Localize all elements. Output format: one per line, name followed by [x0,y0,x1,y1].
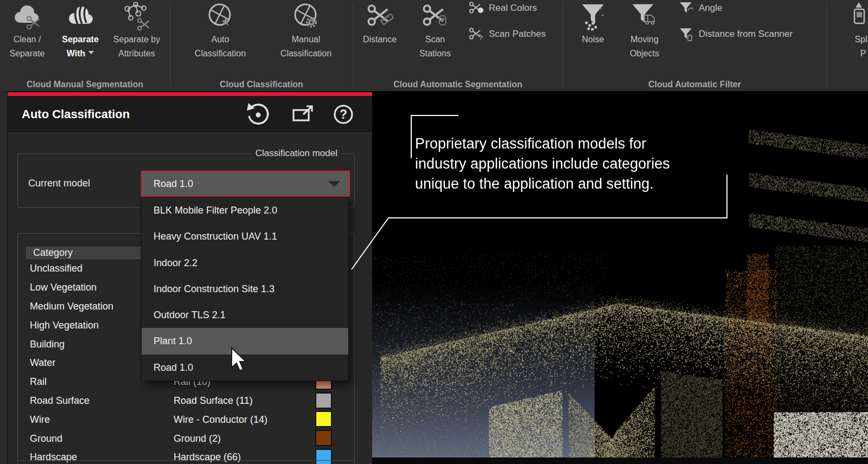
button-label: Split [854,33,868,47]
split-pin-icon [848,1,868,33]
left-edge-strip [0,91,8,464]
button-label: Moving [630,33,659,47]
funnel-dots-icon [578,1,608,33]
dropdown-option[interactable]: Indoor Construction Site 1.3 [142,276,348,302]
button-label: Scan [425,33,445,47]
scan-stations-button[interactable]: Scan Stations [411,1,459,61]
annotation-line: Proprietary classification models for [415,134,670,154]
value-cell: Wire - Conductor (14) [174,414,267,425]
cloud-slices-icon [65,1,95,33]
distance-from-scanner-button[interactable]: Distance from Scanner [678,26,793,42]
category-cell: Road Surface [30,395,90,406]
panel-bottom-divider [17,460,355,461]
dropdown-caret-icon [88,51,94,57]
funnel-scanner-icon [678,27,694,42]
scissors-ball-icon [468,1,484,16]
button-label: Manual [292,33,320,47]
button-label: Scan Patches [489,26,546,42]
ribbon-group-split: Split P [827,0,868,91]
category-cell: Ground [30,433,62,444]
annotation-text: Proprietary classification models for in… [415,134,670,194]
ribbon-group-title: Cloud Classification [170,80,353,89]
noise-button[interactable]: Noise [571,1,615,47]
table-row[interactable]: Wire Wire - Conductor (14) [26,410,347,429]
dropdown-option[interactable]: BLK Mobile Filter People 2.0 [142,197,348,223]
button-label: Distance [363,33,397,47]
clean-separate-button[interactable]: Clean / Separate [3,1,51,61]
dropdown-option[interactable]: Indoor 2.2 [142,250,348,276]
classification-model-group-label: Classification model [251,148,342,159]
button-label: With [67,49,86,58]
button-label: Classification [280,47,331,61]
color-swatch[interactable] [315,392,332,409]
separate-with-button[interactable]: Separate With [53,1,107,61]
button-label: Noise [582,33,604,47]
color-swatch[interactable] [315,411,332,427]
ribbon-group-cloud-automatic-filter: Noise Moving Objects Angle Distance from… [563,0,826,91]
split-button[interactable]: Split P [839,1,868,61]
help-icon[interactable]: ? [331,102,356,127]
moving-objects-button[interactable]: Moving Objects [618,1,671,61]
value-cell: Road Surface (11) [174,395,253,406]
current-model-label: Current model [28,178,90,189]
ribbon-group-cloud-automatic-segmentation: Distance Scan Stations Real Colors Scan … [353,0,563,91]
pie-star-icon [205,1,235,33]
button-label: Separate [10,47,45,61]
auto-classification-button[interactable]: Auto Classification [185,1,256,61]
scissors-patch-icon [468,27,484,42]
button-label: Objects [630,47,659,61]
color-swatch[interactable] [315,430,332,446]
category-cell: Wire [30,414,50,425]
ribbon-group-title: Cloud Manual Segmentation [0,80,170,89]
panel-title: Auto Classification [22,107,130,121]
category-cell: High Vegetation [30,319,99,331]
dropdown-option[interactable]: Road 1.0 [142,355,348,381]
pop-out-icon[interactable] [291,102,316,127]
combobox-value: Road 1.0 [154,172,193,196]
button-label: Auto [212,33,229,47]
button-label: P [860,47,866,61]
dropdown-option[interactable]: Heavy Construction UAV 1.1 [142,223,348,249]
angle-filter-button[interactable]: Angle [678,0,722,16]
ribbon-group-title: Cloud Automatic Segmentation [353,80,563,89]
button-label: Real Colors [489,0,537,16]
value-cell: Ground (2) [174,433,221,444]
panel-accent-line [8,92,372,96]
separate-by-attributes-button[interactable]: Separate by Attributes [106,1,167,61]
manual-classification-button[interactable]: Manual Classification [271,1,341,61]
button-label: Separate [62,33,99,47]
table-row[interactable]: Ground Ground (2) [26,429,347,448]
auto-classification-panel: Auto Classification ? Classification mod… [8,96,372,464]
table-row[interactable]: Road Surface Road Surface (11) [26,391,347,410]
dropdown-option-highlighted[interactable]: Plant 1.0 [142,328,348,354]
real-colors-button[interactable]: Real Colors [468,0,537,16]
button-label: Angle [699,0,722,16]
graph-scissors-icon [122,1,152,33]
table-row[interactable]: Hardscape Hardscape (66) [26,448,347,464]
button-label: Clean / [14,33,41,47]
category-cell: Medium Vegetation [30,300,113,312]
annotation-line: unique to the application and setting. [415,174,670,194]
classification-model-dropdown: BLK Mobile Filter People 2.0 Heavy Const… [141,197,349,381]
scan-patches-button[interactable]: Scan Patches [468,26,546,42]
distance-button[interactable]: Distance [356,1,404,47]
button-label: Distance from Scanner [699,26,793,42]
color-swatch[interactable] [315,449,332,464]
button-label: Separate by [113,33,160,47]
funnel-truck-icon [629,1,660,33]
value-cell: Hardscape (66) [174,452,241,463]
cloud-scissors-icon [12,1,42,33]
category-cell: Rail [30,376,47,388]
panel-header: Auto Classification ? [8,96,372,133]
reset-icon[interactable] [245,102,270,127]
current-model-combobox[interactable]: Road 1.0 [141,171,350,197]
annotation-line: industry applications include categories [415,154,670,174]
dropdown-option[interactable]: Outdoor TLS 2.1 [142,302,348,328]
button-label: Attributes [118,47,155,61]
scissors-station-icon [420,1,450,33]
pie-gear-icon [291,1,321,33]
ribbon-group-cloud-classification: Auto Classification Manual Classificatio… [170,0,353,91]
button-label: Stations [419,47,451,61]
ribbon-group-title: Cloud Automatic Filter [563,80,826,89]
scissors-ruler-icon [365,1,395,33]
